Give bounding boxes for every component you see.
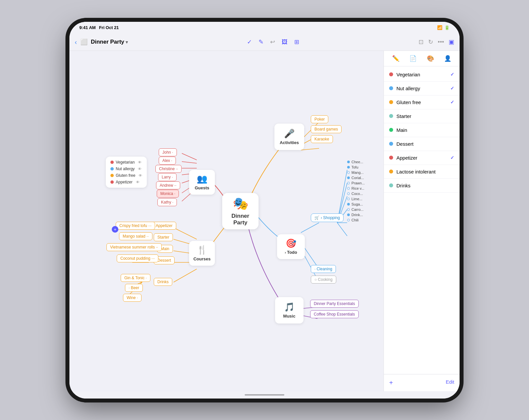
- more-icon[interactable]: ↻: [428, 38, 433, 46]
- guest-larry[interactable]: Larry ·: [158, 173, 177, 181]
- pencil-tool-icon[interactable]: ✏️: [392, 55, 399, 62]
- canvas-area[interactable]: Vegetarian 👁 Nut allergy 👁 Gluten free 👁…: [69, 51, 384, 391]
- back-button[interactable]: ‹: [75, 38, 77, 46]
- legend-nut-allergy-check: ✓: [450, 86, 454, 91]
- svg-line-25: [337, 223, 347, 236]
- todo-label: Todo: [287, 250, 297, 255]
- grid-icon[interactable]: ⊞: [294, 38, 299, 46]
- overflow-icon[interactable]: •••: [438, 39, 444, 46]
- item-coconut-pudding[interactable]: Coconut pudding ···: [117, 254, 158, 262]
- legend-item-appetizer[interactable]: Appetizer ✓: [384, 151, 460, 165]
- guests-icon: 👥: [197, 174, 207, 184]
- item-gin-tonic[interactable]: Gin & Tonic ·: [121, 274, 150, 282]
- add-legend-button[interactable]: +: [389, 379, 393, 387]
- add-course-item-button[interactable]: +: [112, 226, 118, 233]
- legend-item-drinks[interactable]: Drinks: [384, 179, 460, 193]
- shop-coconut: Coco...: [351, 192, 363, 196]
- legend-item-starter[interactable]: Starter: [384, 109, 460, 123]
- activity-poker[interactable]: Poker: [311, 115, 328, 123]
- music-label: Music: [283, 314, 296, 319]
- panel-footer: + Edit: [384, 374, 460, 391]
- doc-icon[interactable]: 📄: [409, 55, 417, 62]
- filter-nut-allergy: Nut allergy: [116, 167, 135, 171]
- panel-toggle-icon[interactable]: ▣: [449, 38, 454, 46]
- status-time: 9:41 AM: [79, 25, 96, 30]
- shop-coriander: Corial...: [351, 176, 364, 180]
- photo-icon[interactable]: 🖼: [282, 39, 288, 46]
- svg-line-15: [301, 223, 319, 233]
- shopping-node[interactable]: 🛒 › Shopping: [311, 213, 344, 222]
- guest-kathy[interactable]: Kathy ·: [157, 198, 177, 206]
- legend-appetizer-label: Appetizer: [396, 155, 417, 161]
- center-node[interactable]: 🎭 DinnerParty: [222, 193, 259, 229]
- status-icons: 📶 🔋: [437, 25, 450, 30]
- music-dinner[interactable]: Dinner Party Essentials: [310, 300, 359, 308]
- guests-node[interactable]: 👥 Guests: [189, 170, 215, 195]
- sidebar-icon[interactable]: ⬜: [80, 38, 88, 46]
- battery-icon: 🔋: [444, 25, 450, 30]
- shop-sugar: Suga...: [351, 202, 363, 206]
- shop-carrots: Carro...: [351, 208, 364, 211]
- legend-item-lactose[interactable]: Lactose intolerant: [384, 165, 460, 179]
- guest-alex[interactable]: Alex ·: [159, 157, 176, 165]
- guest-john[interactable]: John ·: [159, 148, 177, 156]
- legend-item-dessert[interactable]: Dessert: [384, 137, 460, 151]
- shop-chili: Chili: [351, 218, 358, 222]
- shop-tofu: Tofu: [351, 165, 358, 169]
- guest-monica[interactable]: Monica ·: [157, 190, 179, 198]
- ipad-frame: 9:41 AM Fri Oct 21 📶 🔋 ‹ ⬜ Dinner Party …: [69, 22, 460, 399]
- course-starter[interactable]: Starter: [154, 233, 173, 241]
- filter-legend: Vegetarian 👁 Nut allergy 👁 Gluten free 👁…: [106, 157, 147, 188]
- pen-tool-icon[interactable]: ✎: [259, 38, 264, 46]
- shop-cheese: Chee...: [351, 160, 363, 164]
- todo-cleaning[interactable]: · Cleaning: [311, 265, 336, 273]
- legend-nut-allergy-label: Nut allergy: [396, 86, 420, 91]
- course-appetizer[interactable]: Appetizer: [152, 222, 176, 230]
- legend-drinks-label: Drinks: [396, 183, 411, 188]
- guest-christine[interactable]: Christine ··: [155, 165, 182, 173]
- edit-legend-button[interactable]: Edit: [446, 379, 454, 387]
- item-viet-rolls[interactable]: Vietnamese summer rolls ··: [106, 243, 162, 251]
- collapse-icon[interactable]: ⊡: [419, 38, 424, 46]
- guest-andrew[interactable]: Andrew ··: [156, 181, 180, 189]
- chevron-down-icon[interactable]: ▾: [126, 40, 128, 45]
- item-crispy-tofu[interactable]: Crispy fried tofu ···: [116, 222, 155, 230]
- activity-board-games[interactable]: Board games: [311, 125, 342, 133]
- palette-icon[interactable]: 🎨: [427, 55, 434, 62]
- activities-node[interactable]: 🎤 Activities: [274, 124, 304, 150]
- legend-item-nut-allergy[interactable]: Nut allergy ✓: [384, 82, 460, 95]
- activity-karaoke[interactable]: Karaoke: [311, 135, 333, 143]
- shop-drinks: Drink...: [351, 213, 363, 217]
- item-wine[interactable]: Wine ·: [123, 294, 142, 302]
- todo-node[interactable]: 🎯 › Todo: [277, 234, 305, 259]
- person-icon[interactable]: 👤: [444, 55, 451, 62]
- main-content: Vegetarian 👁 Nut allergy 👁 Gluten free 👁…: [69, 51, 460, 391]
- legend-list: Vegetarian ✓ Nut allergy ✓ Gluten free ✓…: [384, 66, 460, 374]
- undo-icon[interactable]: ↩: [270, 38, 275, 46]
- item-mango-salad[interactable]: Mango salad ··: [119, 232, 152, 240]
- shopping-items-list: Chee... Tofu Mang... Corial... Prawn... …: [347, 160, 365, 222]
- music-node[interactable]: 🎵 Music: [275, 297, 304, 324]
- item-beer[interactable]: · Beer: [125, 284, 143, 292]
- legend-item-gluten-free[interactable]: Gluten free ✓: [384, 95, 460, 109]
- legend-dessert-label: Dessert: [396, 141, 414, 147]
- music-coffee[interactable]: Coffee Shop Essentials: [310, 310, 359, 318]
- todo-cooking[interactable]: ○ Cooking: [311, 276, 336, 284]
- svg-line-3: [182, 153, 197, 160]
- courses-node[interactable]: 🍴 Courses: [189, 241, 215, 266]
- course-drinks[interactable]: Drinks: [154, 278, 172, 286]
- doc-title: Dinner Party ▾: [91, 39, 128, 45]
- legend-lactose-label: Lactose intolerant: [396, 169, 435, 174]
- courses-icon: 🍴: [197, 245, 207, 255]
- shop-prawns: Prawn...: [351, 181, 365, 185]
- legend-item-main[interactable]: Main: [384, 123, 460, 137]
- toolbar: ‹ ⬜ Dinner Party ▾ ✓ ✎ ↩ 🖼 ⊞ ⊡ ↻ ••• ▣: [69, 34, 460, 51]
- music-icon: 🎵: [284, 302, 295, 312]
- shop-limes: Lime...: [351, 197, 362, 201]
- legend-item-vegetarian[interactable]: Vegetarian ✓: [384, 68, 460, 82]
- check-icon[interactable]: ✓: [247, 38, 252, 46]
- filter-appetizer: Appetizer: [116, 180, 133, 184]
- legend-vegetarian-check: ✓: [450, 72, 454, 77]
- shop-rice: Rice v...: [351, 186, 364, 190]
- home-indicator: [69, 391, 460, 399]
